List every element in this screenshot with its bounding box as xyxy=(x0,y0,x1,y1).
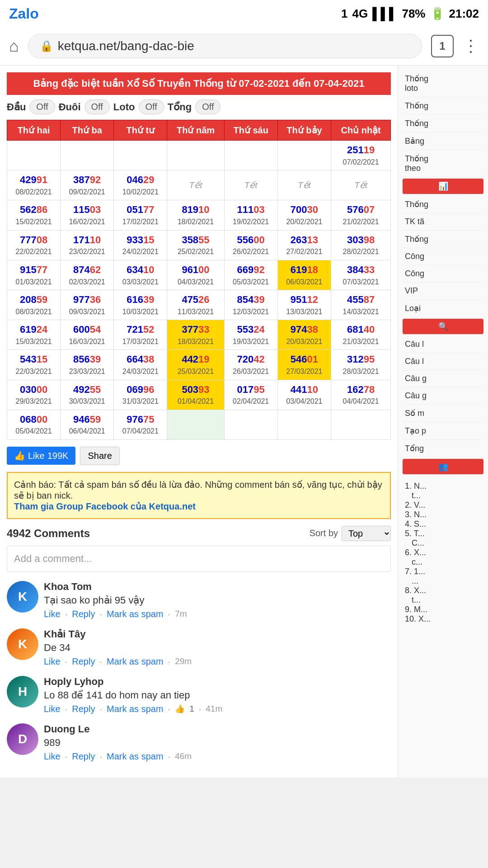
like-bar: 👍 Like 199K Share xyxy=(7,447,391,465)
reply-action[interactable]: Reply xyxy=(72,656,95,667)
filter-duoi-badge[interactable]: Off xyxy=(84,99,110,114)
avatar: K xyxy=(7,628,38,660)
sidebar-item-thong1[interactable]: Thống xyxy=(403,97,483,115)
sidebar-item-thong2[interactable]: Thống xyxy=(403,115,483,132)
cell: 91577 01/03/2021 xyxy=(7,260,61,290)
cell: Tết xyxy=(277,170,331,200)
like-action[interactable]: Like xyxy=(44,609,61,619)
sidebar-item-cong1[interactable]: Công xyxy=(403,248,483,265)
cell: 30398 28/02/2021 xyxy=(331,230,391,260)
comment-text: Tại sao ko phải 95 vậy xyxy=(44,594,391,606)
like-action[interactable]: Like xyxy=(44,656,61,667)
like-action[interactable]: Like xyxy=(44,704,61,714)
cell: 94659 06/04/2021 xyxy=(61,410,114,439)
reply-action[interactable]: Reply xyxy=(72,751,95,762)
sidebar-item-tong[interactable]: Tổng xyxy=(403,440,483,458)
more-button[interactable]: ⋮ xyxy=(463,37,479,56)
cell: 93315 24/02/2021 xyxy=(114,230,167,260)
comment-actions: Like · Reply · Mark as spam · 7m xyxy=(44,609,391,619)
sidebar-item-so-m[interactable]: Số m xyxy=(403,405,483,422)
warning-link[interactable]: Tham gia Group Facebook của Ketqua.net xyxy=(14,501,384,512)
comment-input[interactable]: Add a comment... xyxy=(7,546,391,572)
sidebar-item-cau3[interactable]: Câu g xyxy=(403,370,483,387)
comment-body: Khải Tây De 34 Like · Reply · Mark as sp… xyxy=(44,628,391,667)
content-area: Bảng đặc biệt tuần Xổ Số Truyền Thống từ… xyxy=(0,66,398,778)
sidebar-item-group[interactable]: 👥 xyxy=(403,459,483,475)
home-button[interactable]: ⌂ xyxy=(9,37,19,56)
filter-loto-badge[interactable]: Off xyxy=(139,99,164,114)
sort-select[interactable]: Top Newest xyxy=(342,526,391,541)
col-sau: Thứ sáu xyxy=(224,120,277,141)
browser-bar: ⌂ 🔒 ketqua.net/bang-dac-bie 1 ⋮ xyxy=(0,27,488,66)
filter-tong-badge[interactable]: Off xyxy=(195,99,221,114)
sidebar-item-cong2[interactable]: Công xyxy=(403,265,483,283)
spam-action[interactable]: Mark as spam xyxy=(107,704,164,714)
spam-action[interactable]: Mark as spam xyxy=(107,609,164,619)
sidebar-item-loai[interactable]: Loại xyxy=(403,300,483,317)
sort-label: Sort by xyxy=(310,528,338,538)
sidebar-item-tao[interactable]: Tạo p xyxy=(403,422,483,440)
sidebar-item-thong-theo[interactable]: Thốngtheo xyxy=(403,150,483,177)
sidebar-item-thong4[interactable]: Thống xyxy=(403,231,483,248)
sidebar-item-thong-loto[interactable]: Thốngloto xyxy=(403,70,483,97)
cell-highlighted: 61918 06/03/2021 xyxy=(277,260,331,290)
list-item: 4. S... xyxy=(405,519,481,529)
table-row: 91577 01/03/2021 87462 02/03/2021 63410 … xyxy=(7,260,391,290)
list-item: 10. X... xyxy=(405,614,481,624)
comment-body: Hoply Lyhop Lo 88 để 141 do hom nay an t… xyxy=(44,676,391,714)
like-count: 199K xyxy=(47,451,69,461)
cell: 81910 18/02/2021 xyxy=(167,200,224,230)
col-hai: Thứ hai xyxy=(7,120,61,141)
spam-action[interactable]: Mark as spam xyxy=(107,656,164,667)
cell xyxy=(224,141,277,170)
table-row: 25119 07/02/2021 xyxy=(7,141,391,170)
cell: 55324 19/03/2021 xyxy=(224,320,277,350)
sidebar-item-cau4[interactable]: Câu g xyxy=(403,387,483,405)
sidebar-item-tk[interactable]: TK tã xyxy=(403,213,483,231)
sidebar-item-cau1[interactable]: Câu l xyxy=(403,336,483,353)
sidebar-item-search[interactable]: 🔍 xyxy=(403,319,483,335)
cell: 61639 10/03/2021 xyxy=(114,290,167,320)
comment-time: 41m xyxy=(206,704,222,714)
spam-action[interactable]: Mark as spam xyxy=(107,751,164,762)
share-button[interactable]: Share xyxy=(80,447,119,465)
sort-by: Sort by Top Newest xyxy=(310,526,391,541)
like-button[interactable]: 👍 Like 199K xyxy=(7,447,75,465)
sidebar-list: 1. N... t... 2. V... 3. N... 4. S... 5. … xyxy=(403,479,483,626)
cell: 55600 26/02/2021 xyxy=(224,230,277,260)
like-action[interactable]: Like xyxy=(44,751,61,762)
comment-item: K Khải Tây De 34 Like · Reply · Mark as … xyxy=(7,628,391,667)
comment-body: Khoa Tom Tại sao ko phải 95 vậy Like · R… xyxy=(44,581,391,619)
warning-box: Cảnh báo: Tất cả spam bán số đều là lừa … xyxy=(7,472,391,519)
table-row: 42991 08/02/2021 38792 09/02/2021 04629 … xyxy=(7,170,391,200)
comments-header: 4942 Comments Sort by Top Newest xyxy=(7,526,391,541)
cell: 66438 24/03/2021 xyxy=(114,350,167,380)
cell: 66992 05/03/2021 xyxy=(224,260,277,290)
cell xyxy=(114,141,167,170)
sidebar-item-vip[interactable]: VIP xyxy=(403,283,483,300)
reply-action[interactable]: Reply xyxy=(72,704,95,714)
sidebar-item-chart[interactable]: 📊 xyxy=(403,179,483,194)
cell-highlighted: 37733 18/03/2021 xyxy=(167,320,224,350)
list-item: 1. N... t... xyxy=(405,481,481,500)
url-bar[interactable]: 🔒 ketqua.net/bang-dac-bie xyxy=(28,34,422,58)
cell: 01795 02/04/2021 xyxy=(224,380,277,410)
cell: 61924 15/03/2021 xyxy=(7,320,61,350)
cell: 85439 12/03/2021 xyxy=(224,290,277,320)
cell xyxy=(167,141,224,170)
cell: 11103 19/02/2021 xyxy=(224,200,277,230)
tab-button[interactable]: 1 xyxy=(431,35,454,57)
filter-dau-badge[interactable]: Off xyxy=(29,99,55,114)
list-item: 3. N... xyxy=(405,510,481,519)
sidebar-item-bang[interactable]: Bảng xyxy=(403,132,483,150)
cell: 06996 31/03/2021 xyxy=(114,380,167,410)
filter-duoi-label: Đuôi xyxy=(59,101,81,113)
reply-action[interactable]: Reply xyxy=(72,609,95,619)
comment-author: Khoa Tom xyxy=(44,581,391,593)
cell: 97736 09/03/2021 xyxy=(61,290,114,320)
comment-item: D Duong Le 989 Like · Reply · Mark as sp… xyxy=(7,723,391,762)
sidebar-item-cau2[interactable]: Câu l xyxy=(403,353,483,370)
sidebar-item-thong3[interactable]: Thống xyxy=(403,196,483,213)
table-row: 20859 08/03/2021 97736 09/03/2021 61639 … xyxy=(7,290,391,320)
like-thumb-icon: 👍 xyxy=(175,704,185,714)
